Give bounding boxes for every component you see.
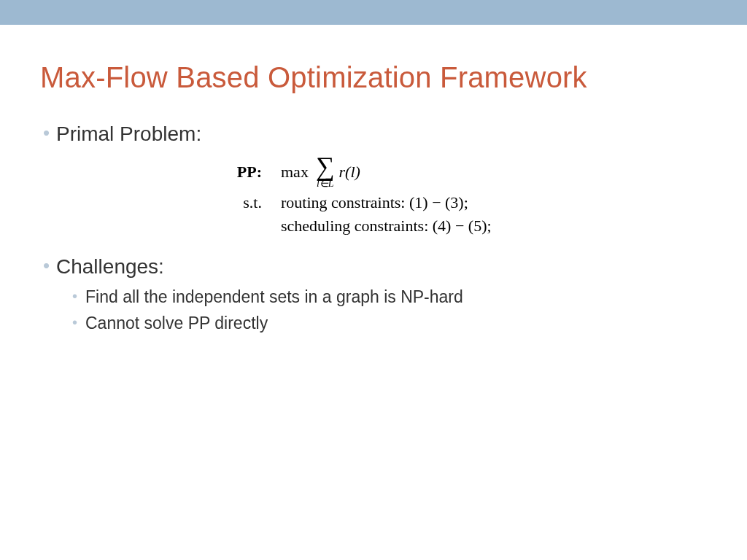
bullet-challenges-text: Challenges: xyxy=(56,255,164,278)
math-block: PP: max ∑ l∈L r(l) s.t. routing constrai… xyxy=(215,155,707,236)
bullet-list-2: Challenges: Find all the independent set… xyxy=(40,254,707,333)
routing-constraint: routing constraints: (1) − (3); xyxy=(281,193,468,212)
slide-title: Max-Flow Based Optimization Framework xyxy=(40,61,707,94)
bullet-primal-text: Primal Problem: xyxy=(56,122,201,145)
sub-bullet-cannot: Cannot solve PP directly xyxy=(56,313,707,333)
math-objective-row: PP: max ∑ l∈L r(l) xyxy=(215,155,707,189)
sub-bullet-list: Find all the independent sets in a graph… xyxy=(56,287,707,333)
math-scheduling-row: scheduling constraints: (4) − (5); xyxy=(215,217,707,236)
st-label: s.t. xyxy=(215,193,281,212)
pp-label: PP: xyxy=(215,163,281,182)
math-objective: max ∑ l∈L r(l) xyxy=(281,155,360,189)
sigma-icon: ∑ l∈L xyxy=(316,155,335,189)
sub-bullet-nphard-text: Find all the independent sets in a graph… xyxy=(85,287,463,306)
slide-body: Max-Flow Based Optimization Framework Pr… xyxy=(0,25,747,333)
sigma-sub: l∈L xyxy=(317,179,334,189)
summand: r(l) xyxy=(339,163,360,182)
bullet-list: Primal Problem: xyxy=(40,122,707,147)
bullet-challenges: Challenges: Find all the independent set… xyxy=(40,254,707,333)
math-routing-row: s.t. routing constraints: (1) − (3); xyxy=(215,193,707,212)
sub-bullet-nphard: Find all the independent sets in a graph… xyxy=(56,287,707,307)
top-bar xyxy=(0,0,747,25)
max-operator: max xyxy=(281,163,316,182)
scheduling-constraint: scheduling constraints: (4) − (5); xyxy=(281,217,492,236)
bullet-primal: Primal Problem: xyxy=(40,122,707,147)
sub-bullet-cannot-text: Cannot solve PP directly xyxy=(85,314,268,332)
